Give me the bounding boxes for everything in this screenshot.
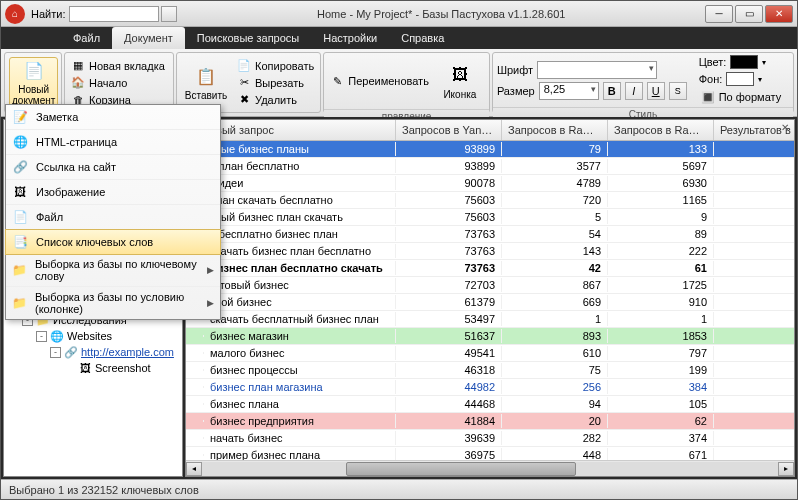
submenu-arrow-icon: ▶ — [207, 298, 214, 308]
table-cell: 1 — [502, 312, 608, 326]
table-cell: 53497 — [396, 312, 502, 326]
home-button[interactable]: 🏠Начало — [69, 75, 167, 91]
maximize-button[interactable]: ▭ — [735, 5, 763, 23]
column-header[interactable]: овый запрос — [204, 120, 396, 140]
table-cell: 716 — [714, 159, 794, 173]
table-cell — [714, 267, 794, 269]
tree-node[interactable]: -🔗http://example.com — [4, 344, 182, 360]
dropdown-item[interactable]: 🖼Изображение — [6, 180, 220, 205]
new-document-button[interactable]: 📄 Новый документ — [9, 57, 58, 109]
dropdown-item[interactable]: 📑Список ключевых слов — [5, 229, 221, 255]
minimize-button[interactable]: ─ — [705, 5, 733, 23]
grid-header: овый запросЗапросов в YandexЗапросов в R… — [186, 120, 794, 141]
menu-поисковые запросы[interactable]: Поисковые запросы — [185, 27, 311, 49]
dropdown-item-label: Выборка из базы по условию (колонке) — [35, 291, 199, 315]
statusbar: Выбрано 1 из 232152 ключевых слов — [1, 479, 797, 499]
column-header[interactable]: Запросов в Rambler… — [502, 120, 608, 140]
app-menu-button[interactable]: ⌂ — [5, 4, 25, 24]
dropdown-item[interactable]: 🔗Ссылка на сайт — [6, 155, 220, 180]
scroll-left-button[interactable]: ◂ — [186, 462, 202, 476]
tree-node[interactable]: 🖼Screenshot — [4, 360, 182, 376]
size-combo[interactable]: 8,25 — [539, 82, 599, 100]
table-row[interactable]: свой бизнес613796699101300000 — [186, 294, 794, 311]
menu-настройки[interactable]: Настройки — [311, 27, 389, 49]
scroll-right-button[interactable]: ▸ — [778, 462, 794, 476]
table-cell: 5697 — [608, 159, 714, 173]
horizontal-scrollbar[interactable]: ◂ ▸ — [186, 460, 794, 476]
window-title: Home - My Project* - Базы Пастухова v1.1… — [177, 8, 705, 20]
table-row[interactable]: бизнес план магазина4498225638421200 — [186, 379, 794, 396]
table-row[interactable]: с план бесплатно9389935775697716 — [186, 158, 794, 175]
bg-color-picker[interactable] — [726, 72, 754, 86]
tree-node[interactable]: -🌐Websites — [4, 328, 182, 344]
column-header[interactable]: Запросов в Rambler… — [608, 120, 714, 140]
table-row[interactable]: бизнес плана444689410514438 — [186, 396, 794, 413]
table-cell: 19900 — [714, 448, 794, 460]
table-cell: малого бизнес — [204, 346, 396, 360]
strike-button[interactable]: S — [669, 82, 687, 100]
find-go-button[interactable] — [161, 6, 177, 22]
table-row[interactable]: бизнес план бесплатно скачать737634261 — [186, 260, 794, 277]
rename-button[interactable]: ✎Переименовать — [328, 73, 431, 89]
table-row[interactable]: с идеи90078478969301290000 — [186, 175, 794, 192]
delete-button[interactable]: ✖Удалить — [235, 92, 316, 108]
table-cell: 5 — [502, 210, 608, 224]
table-row[interactable]: план скачать бесплатно756037201165155 — [186, 192, 794, 209]
dropdown-item[interactable]: 📁Выборка из базы по условию (колонке)▶ — [6, 287, 220, 319]
menu-документ[interactable]: Документ — [112, 27, 185, 49]
close-button[interactable]: ✕ — [765, 5, 793, 23]
table-cell: 20600 — [714, 414, 794, 428]
menu-файл[interactable]: Файл — [61, 27, 112, 49]
table-row[interactable]: скачать бизнес план бесплатно73763143222… — [186, 243, 794, 260]
delete-icon: ✖ — [237, 93, 251, 107]
table-row[interactable]: ь бесплатно бизнес план737635489530 — [186, 226, 794, 243]
tree-toggle[interactable]: - — [36, 331, 47, 342]
table-row[interactable]: 🌐готовый бизнес7270386717251470000 — [186, 277, 794, 294]
text-color-picker[interactable] — [730, 55, 758, 69]
table-row[interactable]: начать бизнес396392823741195000 — [186, 430, 794, 447]
dropdown-item-icon: 📝 — [12, 109, 28, 125]
table-row[interactable]: малого бизнес49541610797 — [186, 345, 794, 362]
dropdown-item[interactable]: 🌐HTML-страница — [6, 130, 220, 155]
find-input[interactable] — [69, 6, 159, 22]
dropdown-item-icon: 🔗 — [12, 159, 28, 175]
table-row[interactable]: скачать бесплатный бизнес план534971139 — [186, 311, 794, 328]
table-row[interactable]: пример бизнес плана3697544867119900 — [186, 447, 794, 460]
cut-button[interactable]: ✂Вырезать — [235, 75, 316, 91]
paste-button[interactable]: 📋Вставить — [181, 57, 231, 109]
scroll-thumb[interactable] — [346, 462, 576, 476]
bold-button[interactable]: B — [603, 82, 621, 100]
grid-close-icon[interactable]: ✕ — [778, 122, 792, 136]
underline-button[interactable]: U — [647, 82, 665, 100]
table-row[interactable]: тный бизнес план скачать75603596 — [186, 209, 794, 226]
new-tab-button[interactable]: ▦Новая вкладка — [69, 58, 167, 74]
italic-button[interactable]: I — [625, 82, 643, 100]
tree-toggle[interactable]: - — [50, 347, 61, 358]
table-cell: 867 — [502, 278, 608, 292]
menu-справка[interactable]: Справка — [389, 27, 456, 49]
table-cell: 105 — [608, 397, 714, 411]
icon-button[interactable]: 🖼Иконка — [435, 55, 485, 107]
font-combo[interactable] — [537, 61, 657, 79]
column-header[interactable]: Запросов в Yandex — [396, 120, 502, 140]
scroll-track[interactable] — [202, 462, 778, 476]
grid-body[interactable]: тные бизнес планы93899791334660с план бе… — [186, 141, 794, 460]
table-cell: 21200 — [714, 380, 794, 394]
table-cell: 374 — [608, 431, 714, 445]
format-button[interactable]: 🔳По формату — [699, 89, 783, 105]
table-cell: 73763 — [396, 244, 502, 258]
table-cell: 89 — [608, 227, 714, 241]
submenu-arrow-icon: ▶ — [207, 265, 214, 275]
table-cell: 93899 — [396, 159, 502, 173]
table-row[interactable]: бизнес магазин51637893185349800 — [186, 328, 794, 345]
table-row[interactable]: бизнес процессы46318751991280000 — [186, 362, 794, 379]
table-cell: 6930 — [608, 176, 714, 190]
dropdown-item[interactable]: 📁Выборка из базы по ключевому слову▶ — [6, 254, 220, 287]
dropdown-item[interactable]: 📄Файл — [6, 205, 220, 230]
copy-button[interactable]: 📄Копировать — [235, 58, 316, 74]
table-row[interactable]: бизнес предприятия41884206220600 — [186, 413, 794, 430]
table-cell: 46318 — [396, 363, 502, 377]
table-cell: 36975 — [396, 448, 502, 460]
dropdown-item[interactable]: 📝Заметка — [6, 105, 220, 130]
table-row[interactable]: тные бизнес планы93899791334660 — [186, 141, 794, 158]
